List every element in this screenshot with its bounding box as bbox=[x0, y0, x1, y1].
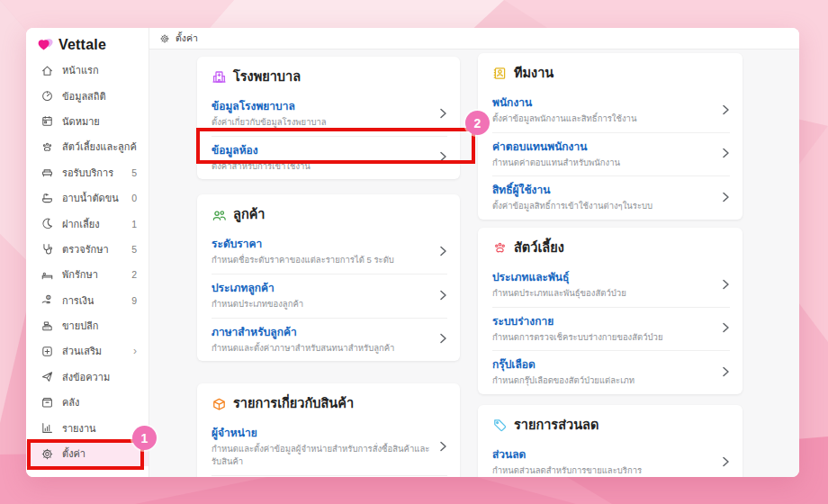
sidebar-item-statistics[interactable]: ข้อมูลสถิติ bbox=[26, 83, 148, 108]
sidebar-item-retail[interactable]: ขายปลีก bbox=[26, 313, 148, 338]
topbar-title: ตั้งค่า bbox=[176, 31, 198, 46]
gear-icon bbox=[159, 33, 170, 44]
card-title: ทีมงาน bbox=[514, 64, 554, 84]
link-subtitle: กำหนดการตรวจเช็คระบบร่างกายของสัตว์ป่วย bbox=[492, 331, 713, 344]
link-subtitle: กำหนดและตั้งค่าข้อมูลผู้จำหน่ายสำหรับการ… bbox=[212, 443, 430, 468]
sidebar-item-addons[interactable]: ส่วนเสริม › bbox=[26, 338, 148, 364]
settings-link-discount[interactable]: ส่วนลด กำหนดส่วนลดสำหรับการขายและบริการ bbox=[478, 440, 742, 477]
chevron-right-icon bbox=[722, 279, 730, 290]
paper-plane-icon bbox=[40, 370, 54, 383]
sidebar-item-boarding[interactable]: ฝากเลี้ยง 1 bbox=[26, 211, 148, 236]
link-title: ระบบร่างกาย bbox=[492, 313, 713, 329]
sidebar-item-messages[interactable]: ส่งข้อความ bbox=[26, 364, 148, 390]
tag-icon bbox=[492, 418, 508, 433]
settings-link-customer-types[interactable]: ประเภทลูกค้า กำหนดประเภทของลูกค้า bbox=[197, 274, 460, 318]
main-area: ตั้งค่า โรงพยาบาล ข้อมูลโรงพยาบาล ตั้งค่… bbox=[149, 28, 799, 477]
chevron-right-icon bbox=[722, 192, 730, 202]
sidebar-item-count: 1 bbox=[131, 219, 137, 230]
link-subtitle: ตั้งค่าข้อมูลพนักงานและสิทธิ์การใช้งาน bbox=[492, 112, 713, 125]
sidebar-item-appointments[interactable]: นัดหมาย bbox=[26, 109, 148, 134]
calendar-icon bbox=[40, 114, 54, 128]
hospital-card: โรงพยาบาล ข้อมูลโรงพยาบาล ตั้งค่าเกี่ยวก… bbox=[197, 57, 460, 179]
sidebar-item-label: ส่วนเสริม bbox=[62, 343, 102, 359]
link-subtitle: กำหนดกรุ๊ปเลือดของสัตว์ป่วยแต่ละเภท bbox=[492, 374, 713, 387]
card-title: โรงพยาบาล bbox=[233, 68, 301, 87]
sidebar-item-home[interactable]: หน้าแรก bbox=[26, 58, 148, 83]
discounts-card: รายการส่วนลด ส่วนลด กำหนดส่วนลดสำหรับการ… bbox=[478, 405, 742, 477]
settings-link-customer-language[interactable]: ภาษาสำหรับลูกค้า กำหนดและตั้งค่าภาษาสำหร… bbox=[197, 318, 460, 362]
sidebar-item-count: 5 bbox=[131, 244, 137, 255]
sidebar-item-settings[interactable]: ตั้งค่า bbox=[26, 441, 148, 466]
link-subtitle: กำหนดค่าตอบแทนสำหรับพนักงาน bbox=[492, 157, 713, 169]
link-title: ประเภทและพันธุ์ bbox=[492, 269, 713, 285]
sidebar: Vettale หน้าแรก ข้อมูลสถิติ นัดหมาย สัตว… bbox=[26, 28, 149, 477]
link-title: ภาษาสำหรับลูกค้า bbox=[212, 324, 430, 340]
sidebar-item-inventory[interactable]: คลัง bbox=[26, 390, 148, 415]
settings-link-product-groups[interactable]: กลุ่มสินค้าและบริการ กำหนดกลุ่มสินค้าเพื… bbox=[197, 475, 460, 477]
link-subtitle: กำหนดชื่อระดับราคาของแต่ละรายการได้ 5 ระ… bbox=[212, 254, 430, 266]
sidebar-item-finance[interactable]: $ การเงิน 9 bbox=[26, 288, 148, 313]
sidebar-item-grooming[interactable]: อาบน้ำตัดขน 0 bbox=[26, 185, 148, 211]
sidebar-item-label: หน้าแรก bbox=[62, 62, 99, 78]
paw-icon bbox=[40, 140, 54, 154]
settings-link-hospital-info[interactable]: ข้อมูลโรงพยาบาล ตั้งค่าเกี่ยวกับข้อมูลโร… bbox=[197, 92, 460, 136]
sidebar-item-examination[interactable]: ตรวจรักษา 5 bbox=[26, 237, 148, 262]
link-title: ข้อมูลห้อง bbox=[212, 142, 430, 158]
chevron-right-icon bbox=[439, 441, 447, 452]
id-badge-icon bbox=[492, 66, 508, 81]
sidebar-item-inpatient[interactable]: พักรักษา 2 bbox=[26, 262, 148, 287]
products-card: รายการเกี่ยวกับสินค้า ผู้จำหน่าย กำหนดแล… bbox=[197, 383, 460, 477]
sidebar-item-label: ขายปลีก bbox=[62, 318, 99, 334]
chevron-right-icon bbox=[439, 108, 447, 119]
chevron-right-icon bbox=[722, 104, 730, 115]
link-title: ข้อมูลโรงพยาบาล bbox=[212, 98, 430, 114]
card-title: รายการเกี่ยวกับสินค้า bbox=[233, 394, 354, 414]
link-subtitle: ตั้งค่าสำหรับการเข้าใช้งาน bbox=[212, 160, 430, 173]
sidebar-nav: หน้าแรก ข้อมูลสถิติ นัดหมาย สัตว์เลี้ยงแ… bbox=[26, 58, 148, 477]
stats-gauge-icon bbox=[40, 89, 54, 103]
bath-icon bbox=[40, 192, 54, 205]
settings-link-types-breeds[interactable]: ประเภทและพันธุ์ กำหนดประเภทและพันธุ์ของส… bbox=[478, 263, 742, 307]
settings-link-body-systems[interactable]: ระบบร่างกาย กำหนดการตรวจเช็คระบบร่างกายข… bbox=[478, 307, 742, 351]
link-title: ระดับราคา bbox=[212, 236, 430, 252]
cube-icon bbox=[212, 397, 227, 412]
settings-link-blood-groups[interactable]: กรุ๊ปเลือด กำหนดกรุ๊ปเลือดของสัตว์ป่วยแต… bbox=[478, 350, 742, 394]
products-card-header: รายการเกี่ยวกับสินค้า bbox=[197, 383, 460, 418]
sidebar-item-label: รอรับบริการ bbox=[62, 165, 113, 181]
chevron-right-icon bbox=[722, 456, 730, 467]
link-subtitle: ตั้งค่าเกี่ยวกับข้อมูลโรงพยาบาล bbox=[212, 116, 430, 129]
sidebar-item-count: 9 bbox=[131, 295, 137, 306]
sidebar-item-count: 0 bbox=[131, 193, 137, 203]
sidebar-item-waiting[interactable]: รอรับบริการ 5 bbox=[26, 160, 148, 185]
chevron-right-icon bbox=[722, 148, 730, 158]
link-subtitle: กำหนดและตั้งค่าภาษาสำหรับสนทนาสำหรับลูกค… bbox=[212, 342, 430, 355]
sidebar-item-count: 2 bbox=[131, 269, 137, 280]
home-icon bbox=[40, 64, 54, 77]
settings-link-staff-compensation[interactable]: ค่าตอบแทนพนักงาน กำหนดค่าตอบแทนสำหรับพนั… bbox=[478, 132, 742, 176]
settings-link-user-permissions[interactable]: สิทธิ์ผู้ใช้งาน ตั้งค่าข้อมูลสิทธิ์การเข… bbox=[478, 176, 742, 220]
settings-link-suppliers[interactable]: ผู้จำหน่าย กำหนดและตั้งค่าข้อมูลผู้จำหน่… bbox=[197, 418, 460, 475]
sidebar-item-label: ข้อมูลสถิติ bbox=[62, 88, 106, 104]
topbar: ตั้งค่า bbox=[149, 28, 799, 50]
plus-square-icon bbox=[40, 345, 54, 358]
money-hand-icon: $ bbox=[40, 293, 54, 307]
bed-icon bbox=[40, 268, 54, 282]
sidebar-item-pets-customers[interactable]: สัตว์เลี้ยงและลูกค้า bbox=[26, 134, 148, 159]
sidebar-item-label: พักรักษา bbox=[62, 266, 98, 283]
settings-link-price-levels[interactable]: ระดับราคา กำหนดชื่อระดับราคาของแต่ละรายก… bbox=[197, 230, 460, 274]
left-column: โรงพยาบาล ข้อมูลโรงพยาบาล ตั้งค่าเกี่ยวก… bbox=[197, 57, 460, 477]
stethoscope-icon bbox=[40, 242, 54, 256]
heart-logo-icon bbox=[38, 37, 54, 52]
chevron-right-icon bbox=[722, 322, 730, 333]
settings-link-staff[interactable]: พนักงาน ตั้งค่าข้อมูลพนักงานและสิทธิ์การ… bbox=[478, 88, 742, 132]
inventory-box-icon bbox=[40, 396, 54, 410]
settings-link-room-info[interactable]: ข้อมูลห้อง ตั้งค่าสำหรับการเข้าใช้งาน bbox=[197, 136, 460, 180]
right-column: ทีมงาน พนักงาน ตั้งค่าข้อมูลพนักงานและสิ… bbox=[478, 53, 742, 477]
card-title: สัตว์เลี้ยง bbox=[514, 238, 564, 258]
annotation-badge-step1: 1 bbox=[132, 426, 157, 450]
chevron-right-icon bbox=[722, 366, 730, 377]
sidebar-item-label: การเงิน bbox=[62, 292, 94, 309]
sidebar-item-reports[interactable]: รายงาน bbox=[26, 415, 148, 440]
pets-card: สัตว์เลี้ยง ประเภทและพันธุ์ กำหนดประเภทแ… bbox=[478, 228, 742, 394]
customers-card-header: ลูกค้า bbox=[197, 194, 460, 230]
